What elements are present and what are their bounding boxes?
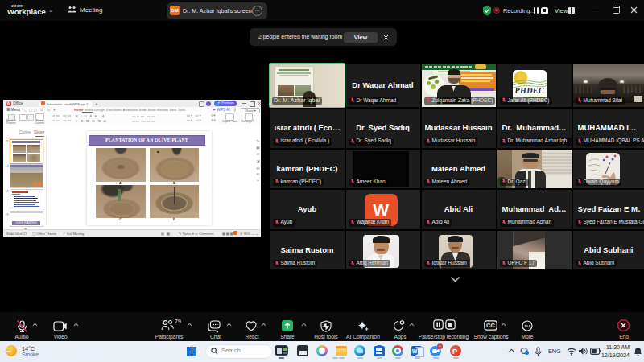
- svg-text:CC: CC: [486, 322, 495, 329]
